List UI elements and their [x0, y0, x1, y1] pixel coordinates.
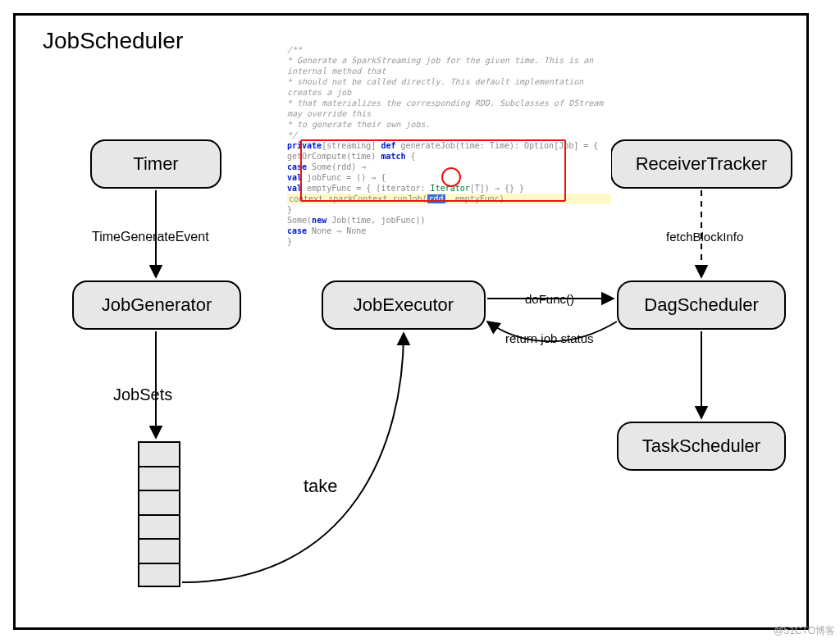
highlight-circle — [441, 167, 461, 187]
edge-label-job-sets: JobSets — [113, 385, 172, 404]
queue-slot — [139, 466, 179, 490]
node-dag-scheduler: DagScheduler — [617, 280, 786, 330]
queue-slot — [139, 441, 179, 466]
code-comment: * that materializes the corresponding RD… — [287, 98, 611, 119]
job-queue — [138, 441, 180, 587]
node-receiver-tracker-label: ReceiverTracker — [636, 153, 768, 175]
edge-label-return-job-status: return job status — [505, 331, 594, 345]
code-comment: /** — [287, 44, 611, 55]
code-line: case None ⇒ None — [287, 226, 611, 236]
highlight-rectangle — [300, 139, 566, 202]
code-snippet: /** * Generate a SparkStreaming job for … — [287, 44, 611, 225]
edge-label-do-func: doFunc() — [525, 292, 574, 306]
node-job-generator-label: JobGenerator — [102, 294, 212, 316]
queue-slot — [139, 514, 179, 539]
queue-slot — [139, 490, 179, 514]
code-line: } — [287, 236, 611, 247]
code-line: Some(new Job(time, jobFunc)) — [287, 215, 611, 226]
node-task-scheduler-label: TaskScheduler — [642, 436, 760, 457]
queue-slot — [139, 563, 179, 587]
node-job-executor-label: JobExecutor — [354, 294, 454, 316]
code-comment: * to generate their own jobs. — [287, 119, 611, 130]
watermark: @51CTO博客 — [774, 624, 835, 638]
node-dag-scheduler-label: DagScheduler — [644, 294, 758, 316]
node-receiver-tracker: ReceiverTracker — [610, 139, 792, 189]
edge-label-fetch-block-info: fetchBlockInfo — [666, 230, 743, 244]
edge-label-take: take — [304, 476, 338, 497]
diagram-title: JobScheduler — [43, 28, 183, 54]
code-comment: * should not be called directly. This de… — [287, 76, 611, 98]
code-line: } — [287, 204, 611, 215]
queue-slot — [139, 538, 179, 563]
node-timer-label: Timer — [133, 153, 178, 175]
node-task-scheduler: TaskScheduler — [617, 422, 786, 471]
node-job-generator: JobGenerator — [72, 280, 241, 330]
code-comment: * Generate a SparkStreaming job for the … — [287, 55, 611, 76]
edge-label-time-generate-event: TimeGenerateEvent — [92, 230, 209, 244]
node-job-executor: JobExecutor — [322, 280, 486, 330]
node-timer: Timer — [90, 139, 221, 189]
